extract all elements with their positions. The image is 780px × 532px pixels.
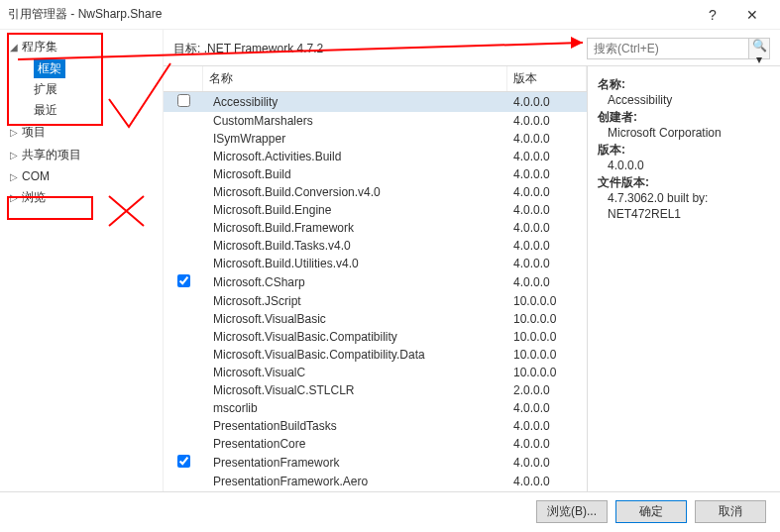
assembly-version: 10.0.0.0 <box>507 311 587 327</box>
assembly-checkbox-cell <box>164 93 203 111</box>
assembly-row[interactable]: Microsoft.VisualBasic10.0.0.0 <box>164 310 587 328</box>
assembly-row[interactable]: mscorlib4.0.0.0 <box>164 399 587 417</box>
assembly-row[interactable]: PresentationFramework.Aero24.0.0.0 <box>164 490 587 491</box>
target-framework-label: 目标: .NET Framework 4.7.2 <box>173 41 579 57</box>
assembly-checkbox-cell <box>164 227 203 229</box>
assembly-checkbox-cell <box>164 425 203 427</box>
assembly-checkbox-cell <box>164 156 203 158</box>
assembly-version: 10.0.0.0 <box>507 293 587 309</box>
assembly-name: Microsoft.Activities.Build <box>203 149 507 164</box>
assembly-version: 4.0.0.0 <box>507 400 587 416</box>
assembly-checkbox-cell <box>164 191 203 193</box>
assembly-name: Microsoft.VisualBasic.Compatibility <box>203 329 507 345</box>
assembly-name: mscorlib <box>203 400 507 416</box>
nav-extensions[interactable]: 扩展 <box>0 79 163 100</box>
assembly-name: Accessibility <box>203 94 507 110</box>
assembly-version: 4.0.0.0 <box>507 274 587 290</box>
assembly-version: 4.0.0.0 <box>507 256 587 271</box>
detail-version-label: 版本: <box>598 142 770 159</box>
collapse-icon: ▷ <box>10 127 22 138</box>
nav-framework[interactable]: 框架 <box>34 59 65 78</box>
nav-assemblies[interactable]: ◢ 程序集 <box>0 36 163 58</box>
detail-name-label: 名称: <box>598 76 770 93</box>
assembly-checkbox-cell <box>164 354 203 356</box>
assembly-row[interactable]: Microsoft.Activities.Build4.0.0.0 <box>164 148 587 165</box>
assembly-name: PresentationFramework <box>203 455 507 471</box>
search-input[interactable] <box>588 42 748 55</box>
search-box[interactable]: 🔍▾ <box>587 38 770 59</box>
titlebar: 引用管理器 - NwSharp.Share ? ✕ <box>0 0 780 30</box>
assembly-row[interactable]: Microsoft.Build.Conversion.v4.04.0.0.0 <box>164 183 587 201</box>
assembly-row[interactable]: CustomMarshalers4.0.0.0 <box>164 112 587 130</box>
assembly-version: 4.0.0.0 <box>507 455 587 471</box>
assembly-row[interactable]: Microsoft.Build.Framework4.0.0.0 <box>164 219 587 237</box>
help-button[interactable]: ? <box>693 7 732 23</box>
assembly-row[interactable]: Microsoft.Build.Utilities.v4.04.0.0.0 <box>164 255 587 272</box>
assembly-row[interactable]: Microsoft.Build.Tasks.v4.04.0.0.0 <box>164 237 587 255</box>
column-name[interactable]: 名称 <box>203 66 507 91</box>
detail-version: 4.0.0.0 <box>598 159 770 172</box>
assembly-version: 4.0.0.0 <box>507 184 587 200</box>
close-button[interactable]: ✕ <box>732 7 772 23</box>
assembly-version: 4.0.0.0 <box>507 131 587 147</box>
assembly-checkbox-cell <box>164 407 203 409</box>
assembly-name: Microsoft.Build.Engine <box>203 202 507 218</box>
assembly-row[interactable]: Microsoft.VisualBasic.Compatibility.Data… <box>164 346 587 364</box>
assembly-row[interactable]: ISymWrapper4.0.0.0 <box>164 130 587 148</box>
assembly-checkbox[interactable] <box>177 455 190 468</box>
assembly-version: 4.0.0.0 <box>507 436 587 452</box>
assembly-version: 10.0.0.0 <box>507 329 587 345</box>
assembly-checkbox-cell <box>164 454 203 472</box>
assembly-name: Microsoft.Build.Conversion.v4.0 <box>203 184 507 200</box>
assembly-row[interactable]: PresentationBuildTasks4.0.0.0 <box>164 417 587 435</box>
detail-creator: Microsoft Corporation <box>598 126 770 140</box>
assembly-version: 4.0.0.0 <box>507 418 587 434</box>
assembly-list[interactable]: 名称 版本 Accessibility4.0.0.0CustomMarshale… <box>164 65 587 491</box>
assembly-row[interactable]: Microsoft.CSharp4.0.0.0 <box>164 272 587 292</box>
assembly-row[interactable]: PresentationFramework4.0.0.0 <box>164 453 587 473</box>
assembly-name: Microsoft.Build.Utilities.v4.0 <box>203 256 507 271</box>
assembly-row[interactable]: PresentationCore4.0.0.0 <box>164 435 587 453</box>
assembly-row[interactable]: Microsoft.Build.Engine4.0.0.0 <box>164 201 587 219</box>
assembly-row[interactable]: PresentationFramework.Aero4.0.0.0 <box>164 473 587 490</box>
assembly-checkbox-cell <box>164 245 203 247</box>
assembly-row[interactable]: Microsoft.JScript10.0.0.0 <box>164 292 587 310</box>
nav-shared-projects[interactable]: ▷共享的项目 <box>0 144 163 166</box>
expand-icon: ◢ <box>10 42 22 53</box>
cancel-button[interactable]: 取消 <box>695 500 766 523</box>
assembly-row[interactable]: Microsoft.VisualC10.0.0.0 <box>164 364 587 381</box>
nav-projects[interactable]: ▷项目 <box>0 121 163 144</box>
nav-recent[interactable]: 最近 <box>0 100 163 121</box>
assembly-name: PresentationCore <box>203 436 507 452</box>
assembly-checkbox-cell <box>164 263 203 265</box>
search-button[interactable]: 🔍▾ <box>748 39 769 58</box>
assembly-name: Microsoft.JScript <box>203 293 507 309</box>
nav-com[interactable]: ▷COM <box>0 166 163 186</box>
nav-browse[interactable]: ▷浏览 <box>0 186 163 209</box>
assembly-name: Microsoft.VisualC <box>203 365 507 380</box>
assembly-row[interactable]: Accessibility4.0.0.0 <box>164 92 587 112</box>
assembly-row[interactable]: Microsoft.Build4.0.0.0 <box>164 165 587 183</box>
assembly-checkbox[interactable] <box>177 94 190 107</box>
assembly-checkbox[interactable] <box>177 274 190 287</box>
assembly-version: 2.0.0.0 <box>507 382 587 398</box>
ok-button[interactable]: 确定 <box>615 500 687 523</box>
assembly-row[interactable]: Microsoft.VisualBasic.Compatibility10.0.… <box>164 328 587 346</box>
search-icon: 🔍▾ <box>752 39 767 66</box>
browse-button[interactable]: 浏览(B)... <box>536 500 608 523</box>
assembly-version: 4.0.0.0 <box>507 220 587 236</box>
assembly-version: 4.0.0.0 <box>507 474 587 489</box>
collapse-icon: ▷ <box>10 150 22 160</box>
assembly-name: PresentationFramework.Aero <box>203 474 507 489</box>
column-version[interactable]: 版本 <box>507 66 587 91</box>
collapse-icon: ▷ <box>10 171 22 182</box>
assembly-checkbox-cell <box>164 173 203 175</box>
assembly-checkbox-cell <box>164 120 203 122</box>
assembly-version: 4.0.0.0 <box>507 149 587 164</box>
assembly-name: Microsoft.Build.Tasks.v4.0 <box>203 238 507 254</box>
assembly-name: Microsoft.VisualC.STLCLR <box>203 382 507 398</box>
assembly-name: ISymWrapper <box>203 131 507 147</box>
detail-name: Accessibility <box>598 93 770 107</box>
assembly-checkbox-cell <box>164 336 203 338</box>
assembly-row[interactable]: Microsoft.VisualC.STLCLR2.0.0.0 <box>164 381 587 399</box>
